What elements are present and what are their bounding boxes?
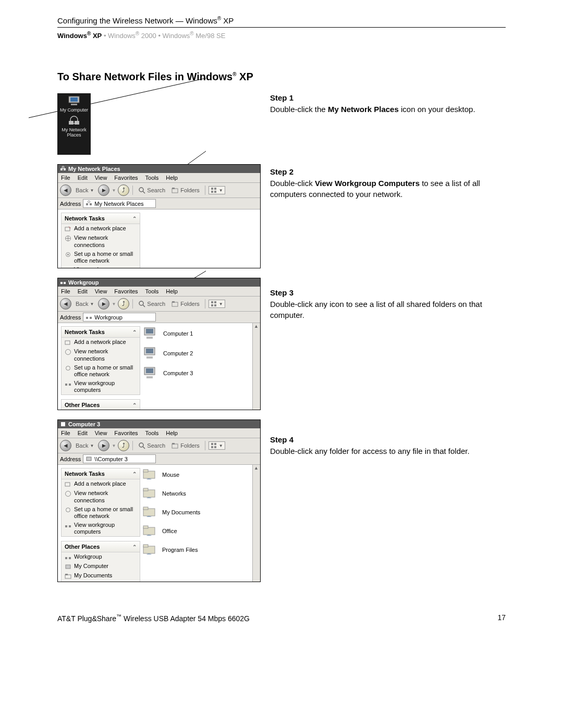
svg-rect-30	[64, 282, 66, 284]
task-view-workgroup-computers[interactable]: View workgroup computers	[62, 265, 140, 268]
svg-rect-7	[69, 121, 74, 125]
svg-rect-41	[65, 341, 70, 344]
svg-rect-79	[143, 488, 148, 491]
svg-rect-68	[65, 525, 67, 527]
step-1-body: Double-click the My Network Places icon …	[270, 104, 506, 115]
svg-rect-36	[214, 301, 216, 303]
svg-rect-58	[172, 444, 178, 448]
back-button[interactable]: ◄	[60, 298, 71, 310]
svg-point-56	[139, 443, 143, 447]
vertical-scrollbar[interactable]	[252, 323, 260, 410]
search-button[interactable]: Search	[136, 186, 167, 194]
address-bar[interactable]: \\Computer 3	[83, 454, 156, 463]
screenshot-desktop-icons: My Computer My NetworkPlaces	[57, 93, 91, 155]
menu-favorites[interactable]: Favorites	[114, 175, 138, 181]
svg-rect-61	[214, 443, 216, 445]
svg-line-57	[143, 447, 145, 449]
step-3-body: Double-click any icon to see a list of a…	[270, 299, 506, 320]
svg-rect-54	[146, 376, 153, 378]
svg-rect-62	[211, 446, 213, 448]
svg-rect-60	[211, 443, 213, 445]
network-tasks-panel: Network Tasks ⌃ Add a network place View…	[61, 213, 140, 268]
shared-folder-networks[interactable]: Networks	[142, 487, 250, 500]
svg-rect-64	[87, 457, 91, 461]
svg-rect-71	[69, 557, 71, 559]
svg-rect-19	[214, 191, 216, 193]
svg-rect-70	[65, 557, 67, 559]
folders-button[interactable]: Folders	[169, 300, 202, 308]
svg-rect-65	[65, 483, 70, 486]
page-breadcrumb: Configuring the Wireless Network — Windo…	[57, 16, 506, 28]
svg-point-31	[139, 301, 143, 305]
svg-rect-44	[65, 384, 67, 386]
menu-edit[interactable]: Edit	[78, 175, 88, 181]
up-button[interactable]: ⤴	[118, 298, 129, 310]
svg-rect-38	[214, 304, 216, 306]
svg-rect-29	[60, 282, 63, 284]
folders-button[interactable]: Folders	[169, 186, 202, 194]
vertical-scrollbar[interactable]	[252, 465, 260, 582]
menu-view[interactable]: View	[95, 175, 107, 181]
forward-button[interactable]: ►	[98, 298, 109, 310]
svg-rect-51	[146, 356, 153, 359]
svg-point-66	[66, 491, 71, 497]
svg-rect-23	[65, 227, 70, 231]
task-setup-network[interactable]: Set up a home or small office network	[62, 250, 140, 265]
menu-tools[interactable]: Tools	[145, 175, 159, 181]
computer-3-icon[interactable]: Computer 3	[142, 366, 250, 380]
forward-button[interactable]: ►	[98, 184, 109, 196]
address-bar[interactable]: My Network Places	[83, 199, 156, 208]
svg-rect-59	[172, 443, 175, 445]
svg-rect-20	[86, 203, 88, 205]
menu-help[interactable]: Help	[166, 175, 178, 181]
task-view-network-connections[interactable]: View network connections	[62, 233, 140, 249]
svg-point-43	[66, 366, 70, 370]
svg-point-22	[88, 201, 90, 203]
shared-folder-icon	[142, 468, 158, 482]
my-network-places-desktop-icon[interactable]: My NetworkPlaces	[58, 115, 90, 138]
menu-file[interactable]: File	[61, 175, 70, 181]
computer-1-icon[interactable]: Computer 1	[142, 326, 250, 341]
address-bar[interactable]: Workgroup	[83, 313, 156, 322]
shared-folder-mouse[interactable]: Mouse	[142, 468, 250, 482]
shared-folder-program-files[interactable]: Program Files	[142, 543, 250, 557]
window-menubar: File Edit View Favorites Tools Help	[58, 173, 260, 183]
svg-point-26	[67, 254, 69, 255]
my-computer-desktop-icon[interactable]: My Computer	[58, 95, 90, 113]
shared-folder-my-documents[interactable]: My Documents	[142, 505, 250, 519]
task-add-network-place[interactable]: Add a network place	[62, 224, 140, 233]
svg-line-13	[143, 191, 145, 193]
back-button[interactable]: ◄	[60, 184, 71, 196]
search-icon	[138, 187, 145, 194]
svg-point-67	[66, 508, 70, 512]
os-selector-line: Windows® XP • Windows® 2000 • Windows® M…	[57, 31, 506, 40]
svg-rect-21	[90, 203, 92, 205]
svg-rect-55	[61, 422, 65, 426]
network-places-icon	[85, 200, 92, 207]
screenshot-my-network-places-window: My Network Places File Edit View Favorit…	[57, 164, 261, 268]
svg-rect-14	[172, 189, 178, 193]
svg-rect-40	[90, 317, 92, 319]
svg-rect-4	[70, 97, 78, 102]
svg-line-32	[143, 305, 145, 307]
search-button[interactable]: Search	[136, 300, 167, 308]
svg-rect-39	[86, 317, 88, 319]
svg-point-42	[66, 350, 71, 355]
up-button[interactable]: ⤴	[118, 184, 129, 196]
collapse-icon[interactable]: ⌃	[132, 216, 137, 221]
svg-rect-15	[172, 188, 175, 189]
svg-rect-50	[146, 349, 153, 353]
step-1-title: Step 1	[270, 93, 506, 102]
back-label[interactable]: Back ▼	[74, 187, 96, 194]
svg-rect-16	[211, 188, 213, 190]
svg-rect-33	[172, 302, 178, 306]
step-4-title: Step 4	[270, 435, 506, 444]
screenshot-workgroup-window: Workgroup FileEditViewFavoritesToolsHelp…	[57, 278, 261, 410]
views-button[interactable]: ▼	[209, 300, 225, 308]
views-button[interactable]: ▼	[209, 186, 225, 194]
computer-2-icon[interactable]: Computer 2	[142, 346, 250, 361]
svg-rect-77	[143, 470, 148, 472]
svg-rect-85	[143, 545, 148, 547]
step-3-title: Step 3	[270, 288, 506, 297]
shared-folder-office[interactable]: Office	[142, 524, 250, 538]
